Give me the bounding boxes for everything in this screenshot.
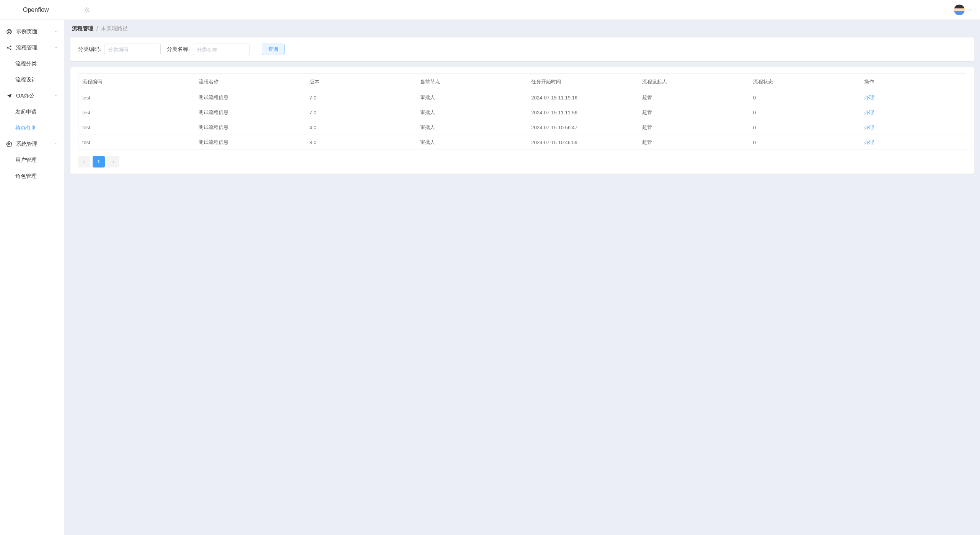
share-icon: [6, 45, 12, 51]
table-row: test测试流程信息4.0审批人2024-07-15 10:56:47超管0办理: [78, 120, 966, 135]
th-status: 流程状态: [749, 74, 860, 90]
handle-link[interactable]: 办理: [864, 94, 874, 100]
sidebar-item-system[interactable]: 系统管理: [0, 136, 64, 152]
breadcrumb-parent[interactable]: 流程管理: [72, 25, 93, 32]
sidebar-item-label: 待办任务: [15, 125, 37, 132]
breadcrumb: 流程管理 / 未实现路径: [64, 20, 980, 37]
filter-code-input[interactable]: [104, 44, 161, 55]
chevron-up-icon: [54, 142, 58, 146]
cell-current-node: 审批人: [416, 105, 527, 120]
cell-status: 0: [749, 135, 860, 150]
cell-action: 办理: [860, 105, 966, 120]
cell-action: 办理: [860, 120, 966, 135]
cell-start-time: 2024-07-15 10:56:47: [527, 120, 638, 135]
filter-code: 分类编码:: [78, 44, 161, 55]
cell-status: 0: [749, 90, 860, 105]
breadcrumb-current: 未实现路径: [101, 25, 128, 32]
chevron-right-icon: [111, 160, 115, 164]
sidebar-item-todo-tasks[interactable]: 待办任务: [0, 120, 64, 136]
table-panel: 流程编码 流程名称 版本 当前节点 任务开始时间 流程发起人 流程状态 操作 t…: [70, 67, 974, 174]
svg-line-8: [88, 8, 89, 8]
query-button[interactable]: 查询: [262, 44, 285, 55]
cell-action: 办理: [860, 90, 966, 105]
cell-start-time: 2024-07-15 10:46:59: [527, 135, 638, 150]
filter-code-label: 分类编码:: [78, 46, 101, 53]
sidebar-item-label: 角色管理: [15, 173, 37, 180]
theme-toggle[interactable]: [83, 7, 90, 13]
th-version: 版本: [306, 74, 417, 90]
svg-point-10: [8, 31, 10, 33]
th-action: 操作: [860, 74, 966, 90]
cell-code: test: [78, 90, 195, 105]
page-prev[interactable]: [78, 156, 90, 167]
th-start-time: 任务开始时间: [527, 74, 638, 90]
sidebar-item-examples[interactable]: 示例页面: [0, 24, 64, 40]
cell-initiator: 超管: [638, 120, 749, 135]
page-next[interactable]: [107, 156, 119, 167]
cell-current-node: 审批人: [416, 120, 527, 135]
th-current-node: 当前节点: [416, 74, 527, 90]
filter-name: 分类名称:: [167, 44, 249, 55]
cell-name: 测试流程信息: [195, 105, 306, 120]
chevron-down-icon: [968, 8, 972, 12]
sidebar-item-label: 示例页面: [16, 28, 38, 35]
table-row: test测试流程信息7.0审批人2024-07-15 11:11:56超管0办理: [78, 105, 966, 120]
handle-link[interactable]: 办理: [864, 139, 874, 145]
sidebar-item-label: 流程设计: [15, 76, 37, 83]
th-initiator: 流程发起人: [638, 74, 749, 90]
chevron-down-icon: [54, 29, 58, 34]
sidebar-item-workflow-design[interactable]: 流程设计: [0, 72, 64, 88]
pagination: 1: [78, 156, 966, 167]
layout: 示例页面 流程管理 流程分类 流程设计 OA办公: [0, 20, 980, 535]
cell-version: 3.0: [306, 135, 417, 150]
page-number[interactable]: 1: [93, 156, 105, 167]
svg-line-14: [10, 30, 11, 31]
main-content: 流程管理 / 未实现路径 分类编码: 分类名称: 查询 流程编码: [64, 20, 980, 535]
app-header: Openflow: [0, 0, 980, 20]
cell-current-node: 审批人: [416, 135, 527, 150]
cell-current-node: 审批人: [416, 90, 527, 105]
cell-status: 0: [749, 120, 860, 135]
cell-version: 7.0: [306, 90, 417, 105]
svg-line-19: [8, 48, 10, 49]
avatar: [954, 5, 965, 15]
cell-initiator: 超管: [638, 90, 749, 105]
filter-panel: 分类编码: 分类名称: 查询: [70, 37, 974, 61]
cell-initiator: 超管: [638, 135, 749, 150]
sidebar-item-label: 系统管理: [16, 141, 38, 148]
cell-code: test: [78, 135, 195, 150]
cell-status: 0: [749, 105, 860, 120]
cell-start-time: 2024-07-15 11:19:16: [527, 90, 638, 105]
sidebar: 示例页面 流程管理 流程分类 流程设计 OA办公: [0, 20, 64, 535]
chevron-left-icon: [82, 160, 86, 164]
handle-link[interactable]: 办理: [864, 124, 874, 130]
svg-point-17: [10, 49, 11, 50]
user-menu[interactable]: [954, 5, 972, 15]
handle-link[interactable]: 办理: [864, 109, 874, 115]
cell-code: test: [78, 120, 195, 135]
lifebuoy-icon: [6, 29, 12, 35]
sidebar-item-role-management[interactable]: 角色管理: [0, 168, 64, 184]
svg-line-13: [7, 33, 8, 34]
svg-line-7: [85, 11, 85, 12]
sidebar-item-oa[interactable]: OA办公: [0, 88, 64, 104]
svg-point-15: [7, 47, 8, 48]
cell-code: test: [78, 105, 195, 120]
cell-name: 测试流程信息: [195, 90, 306, 105]
sidebar-item-start-request[interactable]: 发起申请: [0, 104, 64, 120]
filter-name-input[interactable]: [193, 44, 249, 55]
svg-line-11: [7, 30, 8, 31]
cell-version: 7.0: [306, 105, 417, 120]
table-row: test测试流程信息7.0审批人2024-07-15 11:19:16超管0办理: [78, 90, 966, 105]
sidebar-item-workflow[interactable]: 流程管理: [0, 40, 64, 56]
th-name: 流程名称: [195, 74, 306, 90]
sidebar-item-workflow-category[interactable]: 流程分类: [0, 56, 64, 72]
chevron-up-icon: [54, 94, 58, 98]
cell-name: 测试流程信息: [195, 120, 306, 135]
header-left: Openflow: [8, 7, 90, 13]
table-wrapper: 流程编码 流程名称 版本 当前节点 任务开始时间 流程发起人 流程状态 操作 t…: [78, 73, 966, 150]
chevron-up-icon: [54, 46, 58, 50]
sidebar-item-user-management[interactable]: 用户管理: [0, 152, 64, 168]
table-row: test测试流程信息3.0审批人2024-07-15 10:46:59超管0办理: [78, 135, 966, 150]
cell-action: 办理: [860, 135, 966, 150]
